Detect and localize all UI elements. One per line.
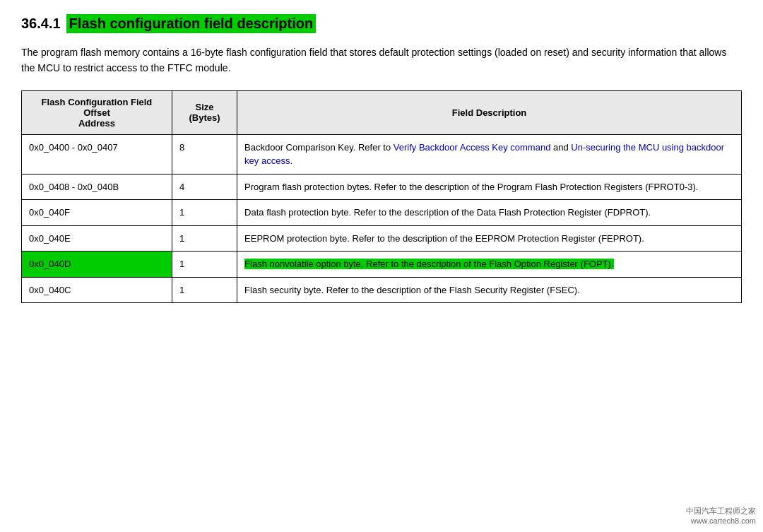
description-text: EEPROM protection byte. Refer to the des… (244, 233, 644, 244)
description-text: Flash security byte. Refer to the descri… (244, 285, 580, 295)
table-header-row: Flash Configuration Field OffsetAddress … (22, 90, 742, 134)
description-text: Data flash protection byte. Refer to the… (244, 207, 651, 218)
cell-address: 0x0_040D (22, 252, 172, 278)
section-title: 36.4.1 Flash configuration field descrip… (21, 14, 742, 33)
section-number: 36.4.1 (21, 16, 61, 32)
table-row: 0x0_0400 - 0x0_04078Backdoor Comparison … (22, 134, 742, 174)
cell-address: 0x0_040F (22, 200, 172, 226)
section-title-text: Flash configuration field description (66, 14, 317, 33)
description-text: Program flash protection bytes. Refer to… (244, 182, 698, 192)
description-text: and (550, 142, 571, 153)
table-row: 0x0_040E1EEPROM protection byte. Refer t… (22, 225, 742, 252)
cell-address: 0x0_0400 - 0x0_0407 (22, 134, 172, 174)
cell-size: 1 (172, 225, 237, 252)
col-header-address: Flash Configuration Field OffsetAddress (22, 90, 172, 134)
cell-size: 8 (172, 134, 237, 174)
cell-description: Data flash protection byte. Refer to the… (237, 200, 742, 226)
col-header-description: Field Description (237, 90, 742, 134)
cell-address: 0x0_040C (22, 277, 172, 303)
cell-description: Program flash protection bytes. Refer to… (237, 174, 742, 200)
cell-description: Backdoor Comparison Key. Refer to Verify… (237, 134, 742, 174)
description-text: Backdoor Comparison Key. Refer to (244, 142, 394, 153)
description-link[interactable]: Verify Backdoor Access Key command (394, 142, 551, 153)
table-row: 0x0_040F1Data flash protection byte. Ref… (22, 200, 742, 226)
cell-size: 1 (172, 277, 237, 303)
cell-address: 0x0_040E (22, 225, 172, 252)
table-row: 0x0_0408 - 0x0_040B4Program flash protec… (22, 174, 742, 200)
cell-description: EEPROM protection byte. Refer to the des… (237, 225, 742, 252)
cell-size: 1 (172, 200, 237, 226)
col-header-size: Size (Bytes) (172, 90, 237, 134)
cell-description: Flash nonvolatile option byte. Refer to … (237, 252, 742, 278)
table-row: 0x0_040C1Flash security byte. Refer to t… (22, 277, 742, 303)
cell-size: 4 (172, 174, 237, 200)
section-description: The program flash memory contains a 16-b… (21, 45, 742, 76)
table-row: 0x0_040D1Flash nonvolatile option byte. … (22, 252, 742, 278)
flash-config-table: Flash Configuration Field OffsetAddress … (21, 90, 742, 304)
cell-size: 1 (172, 252, 237, 278)
description-text: Flash nonvolatile option byte. Refer to … (244, 259, 613, 269)
cell-address: 0x0_0408 - 0x0_040B (22, 174, 172, 200)
cell-description: Flash security byte. Refer to the descri… (237, 277, 742, 303)
